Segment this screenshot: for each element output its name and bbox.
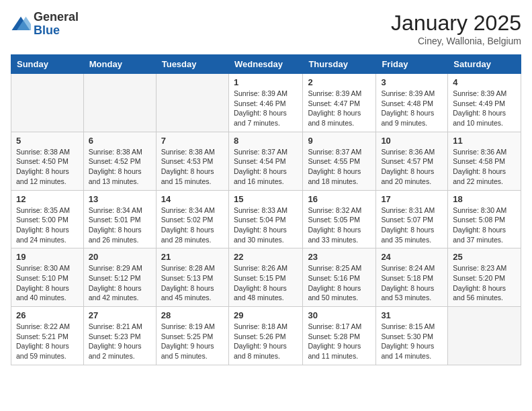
day-number: 26 [16, 310, 79, 320]
day-number: 29 [234, 310, 298, 320]
calendar-cell: 15Sunrise: 8:33 AM Sunset: 5:04 PM Dayli… [228, 190, 302, 248]
day-info: Sunrise: 8:29 AM Sunset: 5:12 PM Dayligh… [89, 263, 151, 303]
weekday-row: SundayMondayTuesdayWednesdayThursdayFrid… [11, 55, 521, 74]
day-number: 28 [161, 310, 224, 320]
day-number: 3 [381, 77, 443, 87]
day-number: 11 [453, 136, 516, 146]
calendar-cell: 29Sunrise: 8:18 AM Sunset: 5:26 PM Dayli… [228, 307, 302, 365]
calendar-cell: 7Sunrise: 8:38 AM Sunset: 4:53 PM Daylig… [156, 132, 228, 190]
day-info: Sunrise: 8:38 AM Sunset: 4:52 PM Dayligh… [89, 147, 151, 187]
day-number: 19 [16, 252, 79, 262]
calendar-week-row: 19Sunrise: 8:30 AM Sunset: 5:10 PM Dayli… [11, 248, 521, 307]
day-info: Sunrise: 8:39 AM Sunset: 4:49 PM Dayligh… [453, 89, 516, 128]
day-number: 31 [381, 310, 443, 320]
day-info: Sunrise: 8:34 AM Sunset: 5:01 PM Dayligh… [89, 205, 151, 245]
day-info: Sunrise: 8:28 AM Sunset: 5:13 PM Dayligh… [161, 263, 224, 303]
calendar-cell: 21Sunrise: 8:28 AM Sunset: 5:13 PM Dayli… [156, 248, 228, 307]
day-number: 7 [161, 136, 224, 146]
logo-blue: Blue [34, 24, 79, 38]
day-number: 10 [381, 136, 443, 146]
day-info: Sunrise: 8:19 AM Sunset: 5:25 PM Dayligh… [161, 322, 224, 361]
day-info: Sunrise: 8:22 AM Sunset: 5:21 PM Dayligh… [16, 322, 79, 361]
day-info: Sunrise: 8:31 AM Sunset: 5:07 PM Dayligh… [381, 205, 443, 245]
weekday-header: Wednesday [228, 55, 302, 74]
day-info: Sunrise: 8:24 AM Sunset: 5:18 PM Dayligh… [381, 263, 443, 303]
day-info: Sunrise: 8:39 AM Sunset: 4:48 PM Dayligh… [381, 89, 443, 128]
calendar-cell: 2Sunrise: 8:39 AM Sunset: 4:47 PM Daylig… [303, 74, 376, 132]
calendar-cell: 11Sunrise: 8:36 AM Sunset: 4:58 PM Dayli… [448, 132, 521, 190]
day-number: 1 [234, 77, 298, 87]
calendar-cell [11, 74, 84, 132]
calendar-cell: 8Sunrise: 8:37 AM Sunset: 4:54 PM Daylig… [228, 132, 302, 190]
day-info: Sunrise: 8:37 AM Sunset: 4:55 PM Dayligh… [308, 147, 371, 187]
calendar-cell: 26Sunrise: 8:22 AM Sunset: 5:21 PM Dayli… [11, 307, 84, 365]
calendar-cell: 20Sunrise: 8:29 AM Sunset: 5:12 PM Dayli… [83, 248, 156, 307]
day-info: Sunrise: 8:34 AM Sunset: 5:02 PM Dayligh… [161, 205, 224, 245]
calendar-cell: 18Sunrise: 8:30 AM Sunset: 5:08 PM Dayli… [448, 190, 521, 248]
calendar-week-row: 5Sunrise: 8:38 AM Sunset: 4:50 PM Daylig… [11, 132, 521, 190]
page-header: General Blue January 2025 Ciney, Walloni… [11, 11, 521, 46]
calendar-cell: 16Sunrise: 8:32 AM Sunset: 5:05 PM Dayli… [303, 190, 376, 248]
day-info: Sunrise: 8:39 AM Sunset: 4:47 PM Dayligh… [308, 89, 371, 128]
day-number: 13 [89, 194, 151, 204]
calendar-cell: 28Sunrise: 8:19 AM Sunset: 5:25 PM Dayli… [156, 307, 228, 365]
logo-text: General Blue [34, 11, 79, 38]
day-number: 4 [453, 77, 516, 87]
day-number: 22 [234, 252, 298, 262]
day-number: 27 [89, 310, 151, 320]
day-number: 15 [234, 194, 298, 204]
day-info: Sunrise: 8:35 AM Sunset: 5:00 PM Dayligh… [16, 205, 79, 245]
weekday-header: Thursday [303, 55, 376, 74]
calendar-cell: 27Sunrise: 8:21 AM Sunset: 5:23 PM Dayli… [83, 307, 156, 365]
weekday-header: Friday [376, 55, 448, 74]
calendar-cell: 5Sunrise: 8:38 AM Sunset: 4:50 PM Daylig… [11, 132, 84, 190]
calendar-cell: 30Sunrise: 8:17 AM Sunset: 5:28 PM Dayli… [303, 307, 376, 365]
day-info: Sunrise: 8:37 AM Sunset: 4:54 PM Dayligh… [234, 147, 298, 187]
calendar-cell: 13Sunrise: 8:34 AM Sunset: 5:01 PM Dayli… [83, 190, 156, 248]
month-title: January 2025 [391, 11, 521, 36]
day-info: Sunrise: 8:30 AM Sunset: 5:10 PM Dayligh… [16, 263, 79, 303]
calendar-cell [83, 74, 156, 132]
calendar-cell: 25Sunrise: 8:23 AM Sunset: 5:20 PM Dayli… [448, 248, 521, 307]
calendar-cell: 12Sunrise: 8:35 AM Sunset: 5:00 PM Dayli… [11, 190, 84, 248]
day-number: 12 [16, 194, 79, 204]
calendar-cell: 17Sunrise: 8:31 AM Sunset: 5:07 PM Dayli… [376, 190, 448, 248]
day-info: Sunrise: 8:36 AM Sunset: 4:57 PM Dayligh… [381, 147, 443, 187]
day-info: Sunrise: 8:26 AM Sunset: 5:15 PM Dayligh… [234, 263, 298, 303]
calendar-week-row: 12Sunrise: 8:35 AM Sunset: 5:00 PM Dayli… [11, 190, 521, 248]
day-info: Sunrise: 8:36 AM Sunset: 4:58 PM Dayligh… [453, 147, 516, 187]
day-number: 5 [16, 136, 79, 146]
day-info: Sunrise: 8:33 AM Sunset: 5:04 PM Dayligh… [234, 205, 298, 245]
calendar-week-row: 1Sunrise: 8:39 AM Sunset: 4:46 PM Daylig… [11, 74, 521, 132]
day-number: 18 [453, 194, 516, 204]
calendar-cell: 6Sunrise: 8:38 AM Sunset: 4:52 PM Daylig… [83, 132, 156, 190]
day-info: Sunrise: 8:17 AM Sunset: 5:28 PM Dayligh… [308, 322, 371, 361]
calendar-cell [448, 307, 521, 365]
calendar-cell: 9Sunrise: 8:37 AM Sunset: 4:55 PM Daylig… [303, 132, 376, 190]
day-number: 17 [381, 194, 443, 204]
day-number: 6 [89, 136, 151, 146]
calendar-cell: 22Sunrise: 8:26 AM Sunset: 5:15 PM Dayli… [228, 248, 302, 307]
day-number: 23 [308, 252, 371, 262]
day-info: Sunrise: 8:30 AM Sunset: 5:08 PM Dayligh… [453, 205, 516, 245]
location: Ciney, Wallonia, Belgium [391, 36, 521, 46]
day-number: 2 [308, 77, 371, 87]
day-info: Sunrise: 8:32 AM Sunset: 5:05 PM Dayligh… [308, 205, 371, 245]
day-info: Sunrise: 8:38 AM Sunset: 4:53 PM Dayligh… [161, 147, 224, 187]
day-number: 24 [381, 252, 443, 262]
calendar-cell: 4Sunrise: 8:39 AM Sunset: 4:49 PM Daylig… [448, 74, 521, 132]
day-number: 16 [308, 194, 371, 204]
calendar-cell: 10Sunrise: 8:36 AM Sunset: 4:57 PM Dayli… [376, 132, 448, 190]
day-number: 30 [308, 310, 371, 320]
calendar-header: SundayMondayTuesdayWednesdayThursdayFrid… [11, 55, 521, 74]
day-info: Sunrise: 8:18 AM Sunset: 5:26 PM Dayligh… [234, 322, 298, 361]
day-number: 21 [161, 252, 224, 262]
weekday-header: Saturday [448, 55, 521, 74]
calendar-cell: 24Sunrise: 8:24 AM Sunset: 5:18 PM Dayli… [376, 248, 448, 307]
day-info: Sunrise: 8:23 AM Sunset: 5:20 PM Dayligh… [453, 263, 516, 303]
title-block: January 2025 Ciney, Wallonia, Belgium [391, 11, 521, 46]
calendar-cell: 23Sunrise: 8:25 AM Sunset: 5:16 PM Dayli… [303, 248, 376, 307]
logo-general: General [34, 11, 79, 24]
calendar-week-row: 26Sunrise: 8:22 AM Sunset: 5:21 PM Dayli… [11, 307, 521, 365]
day-info: Sunrise: 8:39 AM Sunset: 4:46 PM Dayligh… [234, 89, 298, 128]
